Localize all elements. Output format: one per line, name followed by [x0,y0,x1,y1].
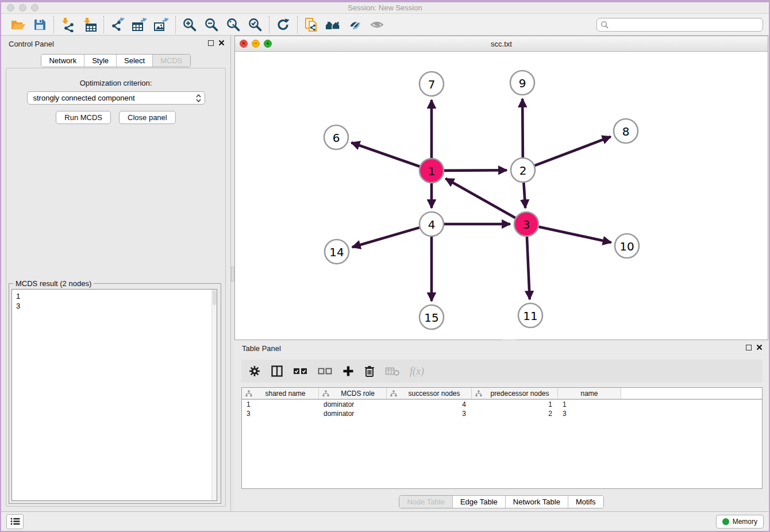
mcds-result-list[interactable]: 13 [11,289,217,501]
mcds-result-item[interactable]: 3 [16,301,217,311]
table-cell[interactable]: 3 [558,409,621,418]
task-history-button[interactable] [6,514,24,529]
close-window-button[interactable] [7,4,14,11]
graph-edge-2-9[interactable] [522,99,523,157]
float-panel-icon[interactable] [208,40,214,46]
network-close-button[interactable]: ✕ [240,40,248,48]
refresh-view-icon[interactable] [272,16,294,34]
table-row[interactable]: 1dominator411 [242,400,762,409]
column-header-MCDS-role[interactable]: MCDS role [319,388,387,399]
maximize-window-button[interactable] [31,4,38,11]
main-area: Control Panel NetworkStyleSelectMCDS Opt… [1,36,769,511]
table-settings-icon[interactable] [248,365,261,377]
graph-edge-3-1[interactable] [445,179,515,218]
graph-edge-4-14[interactable] [352,228,419,247]
column-header-shared-name[interactable]: shared name [242,388,319,399]
table-header-row: shared nameMCDS rolesuccessor nodesprede… [242,388,762,400]
memory-label: Memory [733,518,757,526]
graph-edge-3-10[interactable] [538,227,611,242]
import-table-icon[interactable] [79,16,101,34]
run-mcds-button[interactable]: Run MCDS [56,111,111,124]
zoom-fit-icon[interactable] [222,16,244,34]
open-session-icon[interactable] [7,16,29,34]
tab-mcds[interactable]: MCDS [153,55,190,67]
graph-node-label-15: 15 [424,311,438,325]
graph-edge-1-2[interactable] [444,170,507,171]
duplicate-network-icon[interactable] [301,16,322,34]
table-cell[interactable]: 1 [242,400,319,409]
graph-node-label-10: 10 [619,240,634,253]
table-row[interactable]: 3dominator323 [242,409,762,418]
graph-edge-2-3[interactable] [523,183,525,208]
tab-network[interactable]: Network [41,55,84,67]
tab-node-table[interactable]: Node Table [399,496,453,508]
memory-button[interactable]: Memory [716,515,764,529]
tab-network-table[interactable]: Network Table [506,496,568,508]
close-panel-button[interactable]: Close panel [119,111,176,124]
table-cell[interactable]: 3 [242,409,319,418]
export-table-icon[interactable] [129,16,151,34]
table-cell[interactable]: 1 [558,400,621,409]
search-box[interactable] [596,18,763,32]
home-first-neighbors-icon[interactable] [322,16,344,34]
minimize-window-button[interactable] [19,4,26,11]
show-columns-icon[interactable] [271,365,283,377]
select-all-columns-icon[interactable] [293,367,308,376]
graph-edge-2-8[interactable] [535,137,611,165]
toggle-graphics-details-icon[interactable] [344,16,366,34]
graph-node-label-4: 4 [428,218,436,232]
column-header-name[interactable]: name [558,388,621,399]
mcds-result-item[interactable]: 1 [16,291,217,301]
table-cell[interactable]: 4 [387,400,472,409]
tab-style[interactable]: Style [84,55,117,67]
node-table[interactable]: shared nameMCDS rolesuccessor nodesprede… [241,387,763,489]
toolbar-separator [269,16,270,33]
task-list-icon [10,517,20,526]
export-network-icon[interactable] [107,16,129,34]
graph-edge-1-6[interactable] [351,142,419,167]
network-minimize-button[interactable]: − [252,40,260,48]
graph-edge-3-11[interactable] [527,237,530,299]
criterion-dropdown[interactable]: strongly connected component [27,91,205,105]
show-annotations-icon [366,16,388,34]
table-cell[interactable]: 3 [387,409,472,418]
delete-column-icon[interactable] [364,365,375,377]
network-view-window: ✕ − + scc.txt 7968124314101511 [234,36,768,340]
network-maximize-button[interactable]: + [264,40,272,48]
column-header-successor-nodes[interactable]: successor nodes [387,388,472,399]
table-panel: Table Panel [234,340,768,511]
table-cell[interactable]: dominator [319,400,387,409]
tab-select[interactable]: Select [117,55,153,67]
search-icon [600,21,609,29]
toolbar-separator [297,16,298,33]
add-column-icon[interactable] [342,365,354,377]
graph-node-label-11: 11 [523,309,537,323]
toolbar-separator [103,16,104,33]
result-scrollbar[interactable] [211,290,217,500]
tab-motifs[interactable]: Motifs [568,496,603,508]
graph-node-label-1: 1 [428,164,436,178]
table-cell[interactable]: 1 [472,400,558,409]
export-image-icon[interactable] [151,16,172,34]
graph-node-label-7: 7 [428,78,436,91]
tab-edge-table[interactable]: Edge Table [453,496,506,508]
tree-hierarchy-icon [245,390,252,397]
zoom-in-icon[interactable] [179,16,201,34]
zoom-selected-icon[interactable] [244,16,266,34]
import-network-icon[interactable] [57,16,79,34]
save-session-icon[interactable] [29,16,51,34]
close-panel-icon[interactable] [218,40,225,46]
float-table-panel-icon[interactable] [746,345,752,350]
network-window-titlebar: ✕ − + scc.txt [235,36,768,52]
column-header-predecessor-nodes[interactable]: predecessor nodes [472,388,558,399]
table-panel-title: Table Panel [242,344,281,353]
table-cell[interactable]: 2 [472,409,558,418]
zoom-out-icon[interactable] [201,16,222,34]
graph-node-label-3: 3 [523,218,530,232]
deselect-all-columns-icon[interactable] [318,367,333,376]
window-title: Session: New Session [1,2,769,14]
network-canvas[interactable]: 7968124314101511 [235,52,768,340]
close-table-panel-icon[interactable] [756,344,763,350]
table-cell[interactable]: dominator [319,409,387,418]
search-input[interactable] [609,21,759,29]
